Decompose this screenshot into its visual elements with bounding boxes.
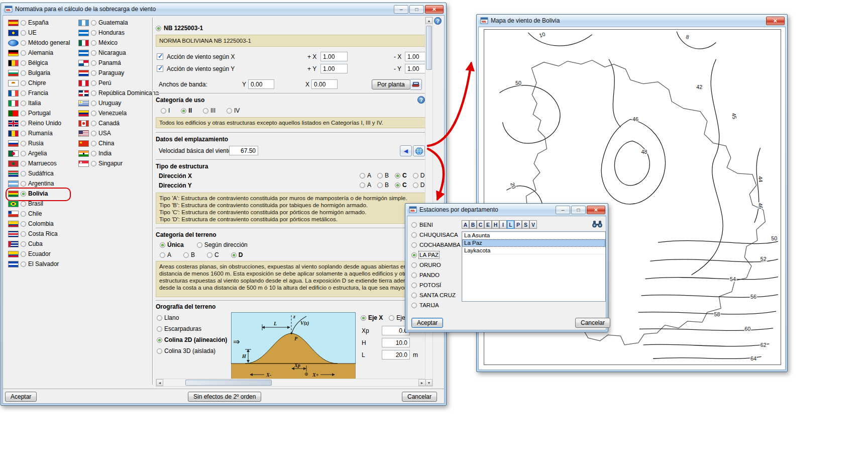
country-item-francia[interactable]: Francia (5, 88, 70, 98)
minus-y-input[interactable] (405, 64, 426, 73)
country-radio[interactable] (21, 40, 26, 46)
country-item-bolivia[interactable]: Bolivia (5, 189, 70, 199)
previous-value-button[interactable]: ◀ (400, 145, 412, 156)
maximize-button[interactable]: □ (409, 5, 424, 14)
country-radio[interactable] (91, 151, 96, 156)
country-radio[interactable] (91, 121, 96, 126)
country-radio[interactable] (21, 151, 26, 156)
department-radio[interactable] (411, 252, 417, 258)
station-item-la-paz[interactable]: La Paz (462, 239, 605, 247)
help-icon[interactable]: ? (434, 17, 442, 25)
country-item-venezuela[interactable]: Venezuela (75, 108, 155, 118)
norm-code-radio[interactable] (156, 26, 161, 31)
country-radio[interactable] (21, 91, 26, 96)
scroll-up-button[interactable]: ▲ (425, 17, 432, 24)
letter-filter-b[interactable]: B (469, 220, 477, 229)
country-item-reino-unido[interactable]: Reino Unido (5, 118, 70, 128)
station-item-laykacota[interactable]: Laykacota (462, 247, 605, 254)
radio-option-llano[interactable]: Llano (157, 314, 179, 321)
country-item-singapur[interactable]: Singapur (75, 158, 155, 168)
department-radio[interactable] (411, 303, 417, 308)
radio-option-b[interactable]: B (377, 182, 389, 189)
band-x-input[interactable] (311, 79, 338, 89)
wind-y-checkbox[interactable] (157, 65, 163, 72)
country-item-ecuador[interactable]: Ecuador (5, 249, 70, 259)
radio-option-c[interactable]: C (395, 182, 407, 189)
country-item-repu-blica-dominicana[interactable]: República Dominicana (75, 88, 155, 98)
department-radio[interactable] (411, 273, 417, 278)
radio-option-c[interactable]: C (207, 251, 219, 258)
country-radio[interactable] (91, 131, 96, 136)
country-item-argentina[interactable]: Argentina (5, 178, 70, 189)
country-radio[interactable] (21, 221, 26, 227)
country-item-marruecos[interactable]: Marruecos (5, 158, 70, 168)
scroll-down-button[interactable]: ▼ (425, 379, 432, 386)
country-item-panama[interactable]: Panamá (75, 58, 155, 68)
country-item-rusia[interactable]: Rusia (5, 138, 70, 148)
department-item-chuquisaca[interactable]: CHUQUISACA (411, 230, 458, 239)
country-item-india[interactable]: India (75, 148, 155, 158)
department-radio[interactable] (411, 283, 417, 288)
department-item-oruro[interactable]: ORURO (411, 260, 441, 270)
department-radio[interactable] (411, 222, 417, 228)
country-radio[interactable] (91, 161, 96, 166)
minus-x-input[interactable] (405, 52, 426, 61)
country-radio[interactable] (21, 191, 26, 197)
country-radio[interactable] (21, 50, 26, 56)
close-button[interactable]: ✕ (425, 5, 444, 14)
department-item-pando[interactable]: PANDO (411, 271, 440, 280)
department-radio[interactable] (411, 232, 417, 238)
country-radio[interactable] (91, 40, 96, 46)
country-radio[interactable] (21, 171, 26, 176)
country-item-chile[interactable]: Chile (5, 209, 70, 219)
stations-titlebar[interactable]: Estaciones por departamento – □ ✕ (407, 204, 606, 216)
minimize-button[interactable]: – (556, 206, 570, 214)
country-radio[interactable] (21, 70, 26, 76)
radio-option-b[interactable]: B (377, 172, 389, 179)
stations-cancel-button[interactable]: Cancelar (575, 318, 610, 328)
radio-option-d[interactable]: D (413, 172, 425, 179)
country-item-espan-a[interactable]: España (5, 18, 70, 28)
country-radio[interactable] (91, 70, 96, 76)
radio-option-u-nica[interactable]: Única (160, 241, 184, 248)
h-field-input[interactable] (382, 338, 410, 347)
radio-option-a[interactable]: A (360, 182, 371, 189)
country-item-rumani-a[interactable]: Rumanía (5, 128, 70, 138)
help-icon[interactable]: ? (417, 96, 425, 104)
close-button[interactable]: ✕ (766, 17, 785, 25)
radio-option-a[interactable]: A (360, 172, 371, 179)
country-radio[interactable] (21, 231, 26, 237)
scroll-right-button[interactable]: ► (418, 379, 425, 386)
country-radio[interactable] (21, 111, 26, 116)
department-item-santa-cruz[interactable]: SANTA CRUZ (411, 291, 456, 300)
country-radio[interactable] (91, 20, 96, 26)
radio-option-c[interactable]: C (395, 172, 407, 179)
l-field-input[interactable] (382, 350, 410, 360)
country-radio[interactable] (21, 80, 26, 86)
country-item-portugal[interactable]: Portugal (5, 108, 70, 118)
radio-option-d[interactable]: D (413, 182, 425, 189)
radio-option-ii[interactable]: II (181, 107, 192, 114)
radio-option-segu-n-direccio-n[interactable]: Según dirección (197, 241, 248, 248)
department-item-potosi[interactable]: POTOSÍ (411, 281, 441, 290)
per-floor-button[interactable]: Por planta (372, 79, 410, 89)
letter-filter-h[interactable]: H (492, 220, 499, 229)
department-radio[interactable] (411, 293, 417, 298)
close-button[interactable]: ✕ (587, 206, 605, 214)
minimize-button[interactable]: – (394, 5, 408, 14)
map-titlebar[interactable]: Mapa de viento de Bolivia ✕ (478, 15, 786, 27)
country-radio[interactable] (21, 251, 26, 257)
country-radio[interactable] (91, 101, 96, 106)
radio-option-escarpaduras[interactable]: Escarpaduras (157, 325, 201, 332)
country-radio[interactable] (91, 111, 96, 116)
scrollbar-thumb[interactable] (426, 26, 432, 70)
country-item-bulgaria[interactable]: Bulgaria (5, 68, 70, 78)
country-radio[interactable] (91, 30, 96, 36)
country-item-suda-frica[interactable]: Sudáfrica (5, 168, 70, 178)
norm-code-row[interactable]: NB 1225003-1 (156, 25, 426, 32)
wind-x-checkbox[interactable] (157, 53, 163, 60)
department-item-beni[interactable]: BENI (411, 220, 433, 229)
country-item-alemania[interactable]: Alemania (5, 48, 70, 58)
country-item-nicaragua[interactable]: Nicaragua (75, 48, 155, 58)
main-titlebar[interactable]: Normativa para el cálculo de la sobrecar… (3, 3, 445, 15)
